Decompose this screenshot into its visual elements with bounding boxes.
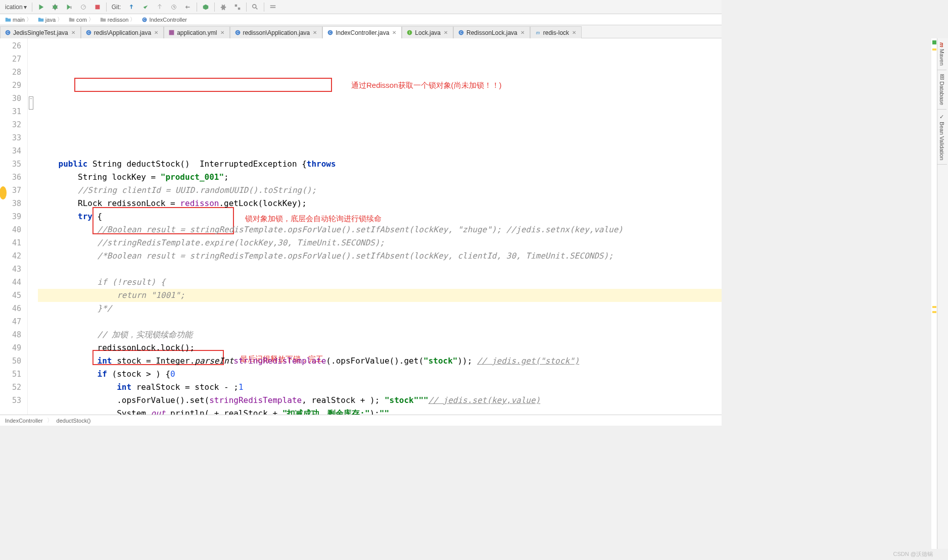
close-icon[interactable]: ✕: [219, 30, 225, 35]
svg-rect-16: [169, 30, 174, 35]
close-icon[interactable]: ✕: [312, 30, 318, 35]
svg-text:C: C: [329, 31, 331, 34]
svg-point-7: [253, 4, 256, 8]
svg-rect-3: [95, 5, 100, 9]
fold-column: −: [28, 38, 38, 415]
close-icon[interactable]: ✕: [153, 30, 159, 35]
annotation-box-1: [74, 78, 332, 92]
tab-lock[interactable]: ILock.java✕: [402, 26, 453, 38]
annotation-text-1: 通过Redisson获取一个锁对象(尚未加锁！！): [351, 79, 502, 92]
svg-rect-8: [270, 5, 276, 6]
tab-jedis-single-test[interactable]: CJedisSingleTest.java✕: [0, 26, 81, 38]
close-icon[interactable]: ✕: [391, 30, 397, 35]
breadcrumb-statusbar: IndexController 〉 deductStock(): [0, 415, 722, 426]
git-rollback-button[interactable]: [181, 3, 195, 12]
close-icon[interactable]: ✕: [70, 30, 76, 35]
close-icon[interactable]: ✕: [443, 30, 449, 35]
breadcrumb-java[interactable]: java〉: [36, 15, 65, 24]
debug-button[interactable]: [49, 3, 62, 12]
svg-point-0: [53, 5, 57, 9]
run-button[interactable]: [34, 3, 48, 12]
code-area[interactable]: 通过Redisson获取一个锁对象(尚未加锁！！) 锁对象加锁，底层会自动轮询进…: [38, 38, 722, 415]
svg-text:m: m: [536, 30, 540, 35]
stop-button[interactable]: [91, 3, 104, 12]
close-icon[interactable]: ✕: [519, 30, 526, 35]
tab-redisson-lock[interactable]: CRedissonLock.java✕: [453, 26, 530, 38]
close-icon[interactable]: ✕: [571, 30, 577, 35]
tab-redisson-application[interactable]: Credisson\Application.java✕: [230, 26, 323, 38]
breadcrumb-class[interactable]: CIndexController: [139, 16, 189, 23]
git-history-button[interactable]: [167, 3, 180, 12]
coverage-button[interactable]: [63, 3, 76, 12]
svg-rect-9: [270, 7, 276, 8]
git-push-button[interactable]: [153, 3, 166, 12]
status-method[interactable]: deductStock(): [57, 418, 91, 424]
editor-tabs: CJedisSingleTest.java✕ Credis\Applicatio…: [0, 25, 722, 38]
navigation-bar: main〉 java〉 com〉 redisson〉 CIndexControl…: [0, 14, 722, 25]
main-toolbar: ication ▾ Git:: [0, 0, 722, 14]
svg-rect-5: [235, 4, 237, 6]
status-class[interactable]: IndexController: [5, 418, 43, 424]
breadcrumb-com[interactable]: com〉: [67, 15, 96, 24]
git-update-button[interactable]: [125, 3, 138, 12]
breadcrumb-main[interactable]: main〉: [3, 15, 34, 24]
line-number-gutter: 2627282930313233343536373839404142434445…: [0, 38, 28, 415]
svg-text:C: C: [236, 31, 239, 34]
search-button[interactable]: [249, 3, 262, 12]
tab-redis-lock[interactable]: mredis-lock✕: [530, 26, 582, 38]
more-button[interactable]: [266, 3, 279, 12]
settings-button[interactable]: [217, 3, 230, 12]
git-commit-button[interactable]: [139, 3, 152, 12]
svg-text:I: I: [409, 31, 410, 34]
tab-redis-application[interactable]: Credis\Application.java✕: [81, 26, 164, 38]
git-label: Git:: [109, 3, 124, 12]
code-editor[interactable]: 2627282930313233343536373839404142434445…: [0, 38, 722, 415]
svg-text:C: C: [7, 31, 9, 34]
run-config-dropdown[interactable]: ication ▾: [2, 3, 30, 12]
svg-text:C: C: [87, 31, 90, 34]
svg-rect-1: [70, 6, 71, 9]
tab-application-yml[interactable]: application.yml✕: [164, 26, 229, 38]
build-button[interactable]: [199, 3, 212, 12]
tab-index-controller[interactable]: CIndexController.java✕: [322, 26, 402, 38]
svg-text:C: C: [460, 31, 462, 34]
profile-button[interactable]: [77, 3, 90, 12]
svg-rect-6: [238, 7, 240, 9]
breadcrumb-redisson[interactable]: redisson〉: [98, 15, 138, 24]
svg-text:C: C: [144, 18, 146, 21]
structure-button[interactable]: [231, 3, 244, 12]
